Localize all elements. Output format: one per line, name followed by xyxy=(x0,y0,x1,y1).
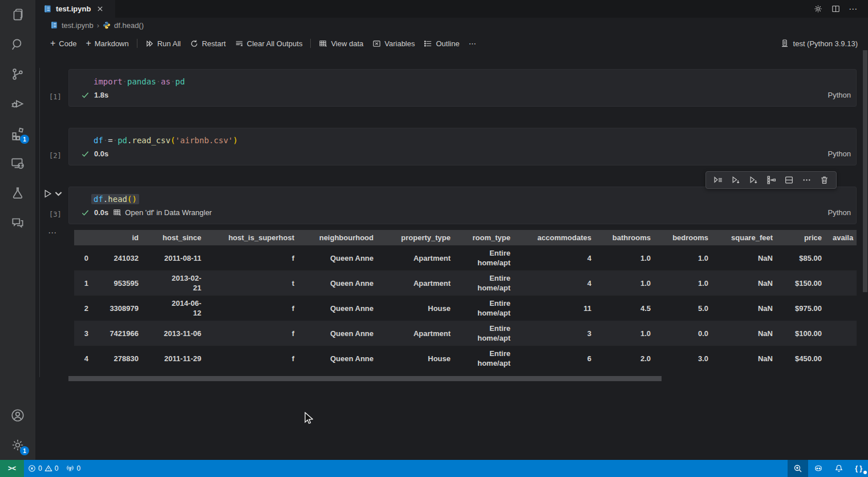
horizontal-scrollbar[interactable] xyxy=(68,376,662,381)
execute-cells-icon[interactable] xyxy=(711,173,725,187)
code-cell-3: df.head() 0.0s Open 'df' in Data Wrangle… xyxy=(68,187,857,224)
zoom-indicator[interactable] xyxy=(788,460,808,477)
cell-language[interactable]: Python xyxy=(828,149,851,158)
table-cell: Queen Anne xyxy=(294,270,374,296)
tunnel-brackets-button[interactable]: { } xyxy=(849,460,868,477)
clear-all-outputs-button[interactable]: Clear All Outputs xyxy=(230,37,307,50)
gear-icon[interactable] xyxy=(813,4,823,14)
code-token: 'airbnb.csv' xyxy=(175,136,233,145)
tab-bar: test.ipynb ⋯ xyxy=(35,0,868,18)
tab-close-icon[interactable] xyxy=(95,4,105,14)
problems-indicator[interactable]: 0 0 xyxy=(24,460,62,477)
code-token: df xyxy=(94,195,103,204)
outline-button[interactable]: Outline xyxy=(419,37,464,50)
code-line[interactable]: import·pandas·as·pd xyxy=(69,70,856,90)
table-header-row: idhost_sincehost_is_superhostneighbourho… xyxy=(74,230,857,245)
success-check-icon xyxy=(81,208,90,217)
table-header: id xyxy=(88,230,139,245)
table-header: square_feet xyxy=(708,230,773,245)
settings-badge: 1 xyxy=(20,446,29,455)
split-editor-icon[interactable] xyxy=(831,4,841,14)
add-code-button[interactable]: + Code xyxy=(46,37,81,50)
restart-icon xyxy=(190,39,198,48)
editor-actions: ⋯ xyxy=(813,0,868,18)
table-cell: 5.0 xyxy=(651,296,708,321)
cell-status-bar: 0.0s Python xyxy=(69,148,856,163)
add-markdown-button[interactable]: + Markdown xyxy=(81,37,133,50)
kernel-label: test (Python 3.9.13) xyxy=(793,39,858,48)
remote-indicator[interactable]: >< xyxy=(0,460,24,477)
table-cell: 11 xyxy=(510,296,591,321)
code-token: import xyxy=(94,77,123,86)
extensions-badge: 1 xyxy=(20,135,29,144)
output-more-icon[interactable]: ⋯ xyxy=(48,228,58,238)
notifications-button[interactable] xyxy=(829,460,849,477)
open-data-wrangler-link[interactable]: Open 'df' in Data Wrangler xyxy=(113,208,212,217)
sidebar-item-run-debug[interactable] xyxy=(4,89,31,119)
kernel-picker[interactable]: test (Python 3.9.13) xyxy=(780,39,858,48)
data-wrangler-icon xyxy=(113,208,121,217)
restart-button[interactable]: Restart xyxy=(185,37,230,50)
cell-toolbar xyxy=(705,171,837,189)
sidebar-item-explorer[interactable] xyxy=(4,0,31,30)
sidebar-item-testing[interactable] xyxy=(4,178,31,208)
table-cell: f xyxy=(201,321,294,346)
table-row: 374219662013-11-06fQueen AnneApartmentEn… xyxy=(74,321,857,346)
delete-cell-icon[interactable] xyxy=(817,173,831,187)
vertical-scrollbar[interactable] xyxy=(863,50,867,292)
code-token: df xyxy=(94,136,103,145)
output-table-container: idhost_sincehost_is_superhostneighbourho… xyxy=(74,230,857,371)
table-cell: Entire home/apt xyxy=(451,270,510,296)
code-cell-2: df·=·pd.read_csv('airbnb.csv') 0.0s Pyth… xyxy=(68,128,857,165)
table-row: 233089792014-06- 12fQueen AnneHouseEntir… xyxy=(74,296,857,321)
cell-editor[interactable]: df·=·pd.read_csv('airbnb.csv') 0.0s Pyth… xyxy=(68,128,857,165)
sidebar-item-extensions[interactable]: 1 xyxy=(4,119,31,148)
add-markdown-label: Markdown xyxy=(95,39,129,48)
more-icon: ⋯ xyxy=(469,39,476,48)
cell-editor[interactable]: df.head() 0.0s Open 'df' in Data Wrangle… xyxy=(68,187,857,224)
ports-indicator[interactable]: 0 xyxy=(62,460,84,477)
table-cell: 953595 xyxy=(88,270,139,296)
execute-above-icon[interactable] xyxy=(729,173,743,187)
sidebar-item-source-control[interactable] xyxy=(4,59,31,89)
sidebar-item-settings[interactable]: 1 xyxy=(4,430,31,460)
cell-editor[interactable]: import·pandas·as·pd 1.8s Python xyxy=(68,69,857,107)
sidebar-item-comments[interactable] xyxy=(4,208,31,237)
execution-time: 0.0s xyxy=(94,149,108,158)
success-check-icon xyxy=(81,149,90,158)
breadcrumb-file[interactable]: test.ipynb xyxy=(62,21,94,30)
table-cell: 2.0 xyxy=(591,346,651,371)
sidebar-item-search[interactable] xyxy=(4,30,31,59)
plus-icon: + xyxy=(50,39,55,48)
sidebar-item-accounts[interactable] xyxy=(4,401,31,430)
split-cell-icon[interactable] xyxy=(782,173,796,187)
cell-language[interactable]: Python xyxy=(828,208,851,217)
execute-below-icon[interactable] xyxy=(747,173,760,187)
table-cell: 3 xyxy=(510,321,591,346)
run-all-button[interactable]: Run All xyxy=(141,37,185,50)
code-line[interactable]: df.head() xyxy=(69,187,856,207)
run-cell-control[interactable] xyxy=(43,189,63,199)
cell-output: ⋯ idhost_sincehost_is_superhostneighbour… xyxy=(68,230,857,381)
data-wrangler-icon[interactable] xyxy=(764,173,778,187)
copilot-icon xyxy=(814,464,823,473)
variables-button[interactable]: Variables xyxy=(368,37,419,50)
code-token: · xyxy=(123,77,127,86)
run-all-icon xyxy=(145,39,154,48)
view-data-button[interactable]: View data xyxy=(314,37,368,50)
more-actions-icon[interactable]: ⋯ xyxy=(849,4,858,14)
code-token: read_csv xyxy=(132,136,170,145)
table-cell: 0.0 xyxy=(651,321,708,346)
code-line[interactable]: df·=·pd.read_csv('airbnb.csv') xyxy=(69,128,856,148)
toolbar-more-button[interactable]: ⋯ xyxy=(464,37,481,50)
ports-icon xyxy=(66,464,74,472)
table-cell: NaN xyxy=(708,296,773,321)
tab-test-ipynb[interactable]: test.ipynb xyxy=(35,0,115,18)
copilot-button[interactable] xyxy=(808,460,829,477)
account-icon xyxy=(10,408,25,423)
cell-language[interactable]: Python xyxy=(828,91,851,99)
breadcrumb-symbol[interactable]: df.head() xyxy=(114,21,144,30)
code-token: · xyxy=(113,136,117,145)
more-icon[interactable] xyxy=(800,173,813,187)
sidebar-item-remote-explorer[interactable] xyxy=(4,148,31,178)
